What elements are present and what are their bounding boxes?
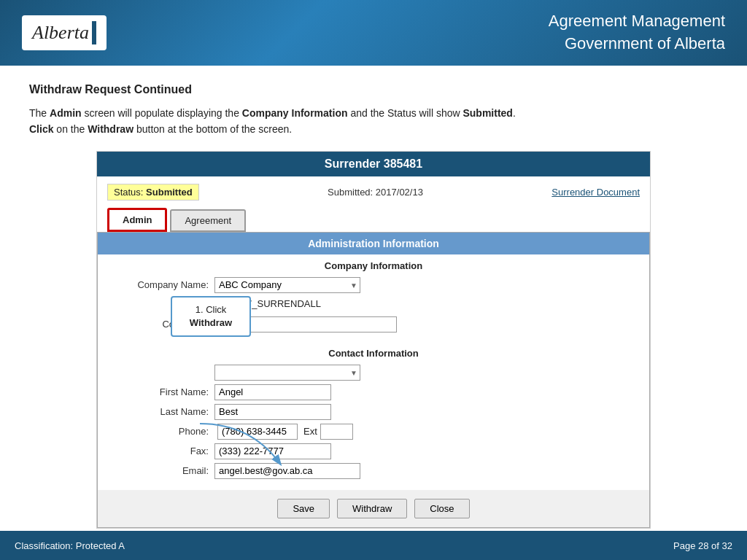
buttons-row: Save Withdraw Close xyxy=(98,490,649,527)
callout-action: Withdraw xyxy=(190,317,232,328)
close-button[interactable]: Close xyxy=(414,499,469,518)
desc-bold2: Company Information xyxy=(242,107,348,119)
tab-agreement[interactable]: Agreement xyxy=(170,209,246,232)
desc2-part3: button at the bottom of the screen. xyxy=(133,123,292,135)
logo: Alberta xyxy=(22,15,107,50)
surrender-bar: Surrender 385481 xyxy=(97,152,650,176)
footer-classification: Classification: Protected A xyxy=(15,540,125,551)
contact-select[interactable] xyxy=(214,365,360,381)
submitted-date: Submitted: 2017/02/13 xyxy=(328,187,423,198)
company-section-header: Company Information xyxy=(98,254,649,274)
desc2-part2: on the xyxy=(53,123,88,135)
last-name-input[interactable] xyxy=(214,404,331,420)
submitted-date-value: 2017/02/13 xyxy=(376,187,423,198)
desc-bold1: Admin xyxy=(50,107,82,119)
logo-bar xyxy=(92,21,96,44)
company-name-input[interactable] xyxy=(214,277,360,293)
desc-part4: . xyxy=(513,107,516,119)
status-value: Submitted xyxy=(146,187,193,198)
main-content: Withdraw Request Continued The Admin scr… xyxy=(0,66,747,546)
desc2-bold1: Click xyxy=(29,123,53,135)
status-badge: Status: Submitted xyxy=(107,184,199,201)
contact-select-wrapper[interactable]: ▼ xyxy=(214,365,360,381)
withdraw-button[interactable]: Withdraw xyxy=(337,499,407,518)
header-title-line2: Government of Alberta xyxy=(549,33,725,55)
header-title-line1: Agreement Management xyxy=(549,10,725,33)
desc-part2: screen will populate displaying the xyxy=(82,107,242,119)
header-title: Agreement Management Government of Alber… xyxy=(549,10,725,55)
screenshot-box: Surrender 385481 Status: Submitted Submi… xyxy=(96,151,651,529)
description: The Admin screen will populate displayin… xyxy=(29,105,718,138)
ext-input[interactable] xyxy=(320,424,353,440)
contact-dropdown-row: ▼ xyxy=(120,365,627,381)
callout-number: 1. Click xyxy=(196,304,227,315)
company-name-row: Company Name: ▼ xyxy=(120,277,627,293)
save-button[interactable]: Save xyxy=(277,499,330,518)
footer-page: Page 28 of 32 xyxy=(673,540,732,551)
callout-arrow-icon xyxy=(193,420,309,478)
surrender-doc-link[interactable]: Surrender Document xyxy=(551,187,640,198)
company-name-dropdown[interactable]: ▼ xyxy=(214,277,360,293)
first-name-label: First Name: xyxy=(120,386,214,397)
contact-section-header: Contact Information xyxy=(98,343,649,362)
footer: Classification: Protected A Page 28 of 3… xyxy=(0,531,747,560)
desc-part1: The xyxy=(29,107,50,119)
header: Alberta Agreement Management Government … xyxy=(0,0,747,66)
last-name-label: Last Name: xyxy=(120,406,214,417)
desc-bold3: Submitted xyxy=(462,107,512,119)
last-name-row: Last Name: xyxy=(120,404,627,420)
status-label: Status: xyxy=(114,187,143,198)
submitted-label: Submitted: xyxy=(328,187,373,198)
admin-panel: Administration Information Company Infor… xyxy=(97,232,650,528)
desc-part3: and the Status will show xyxy=(348,107,463,119)
tab-admin[interactable]: Admin xyxy=(107,208,167,232)
admin-panel-header: Administration Information xyxy=(98,233,649,254)
logo-text: Alberta xyxy=(32,22,89,44)
callout-bubble: 1. Click Withdraw xyxy=(171,296,251,337)
status-area: Status: Submitted Submitted: 2017/02/13 … xyxy=(97,176,650,208)
first-name-input[interactable] xyxy=(214,384,331,400)
first-name-row: First Name: xyxy=(120,384,627,400)
tabs-row: Admin Agreement xyxy=(97,208,650,232)
company-name-label: Company Name: xyxy=(120,279,214,290)
page-title: Withdraw Request Continued xyxy=(29,83,718,96)
desc2-bold2: Withdraw xyxy=(88,123,133,135)
contact-form: ▼ First Name: Last Name: Phone: xyxy=(98,362,649,490)
